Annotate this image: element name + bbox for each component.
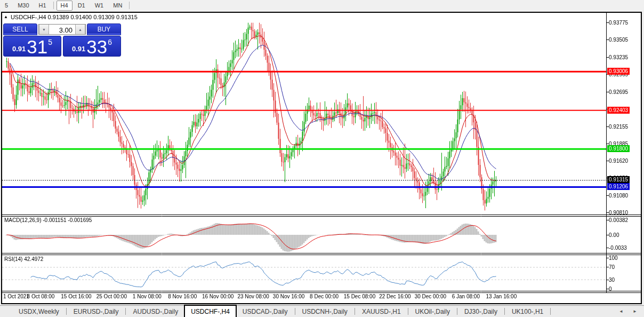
macd-label: MACD(12,26,9) -0.001151 -0.001695 (4, 217, 92, 223)
timeframe-button-m30[interactable]: M30 (13, 1, 33, 11)
macd-axis-tick: 0.00382 (609, 217, 628, 223)
price-axis-tick: 0.92155 (609, 124, 628, 130)
tab-separator (457, 308, 457, 315)
buy-button[interactable]: BUY (87, 23, 121, 35)
buy-price-big: 33 (86, 38, 107, 56)
price-axis-tick: 0.91080 (609, 193, 628, 199)
volume-increase-button[interactable]: ▲ (75, 25, 85, 34)
price-axis-tick: 0.93505 (609, 37, 628, 43)
time-axis-label: 8 Nov 16:00 (168, 294, 197, 299)
hline-price-badge: 0.92403 (607, 107, 630, 114)
volume-decrease-button[interactable]: ▼ (39, 25, 49, 34)
sell-price-prefix: 0.91 (12, 45, 26, 53)
rsi-axis-tick: 0 (609, 286, 612, 292)
time-axis-label: 30 Dec 00:00 (415, 294, 447, 299)
time-axis-label: 25 Oct 00:00 (96, 294, 127, 299)
rsi-axis-tick: 30 (609, 277, 615, 283)
timeframe-button-mn[interactable]: MN (109, 1, 126, 11)
buy-price-sup: 6 (108, 38, 112, 46)
rsi-axis-tick: 100 (609, 255, 618, 261)
tab-separator (295, 308, 295, 315)
time-axis-label: 6 Jan 08:00 (452, 294, 480, 299)
rsi-axis-tick: 70 (609, 264, 615, 270)
time-axis-label: 8 Dec 00:00 (310, 294, 339, 299)
price-axis-tick: 0.90810 (609, 210, 628, 216)
hline-price-badge: 0.91800 (607, 145, 630, 152)
timeframe-button-h1[interactable]: H1 (35, 1, 51, 11)
buy-price-prefix: 0.91 (72, 45, 85, 53)
volume-stepper: ▼ 3.00 ▲ (38, 24, 86, 35)
time-axis-label: 1 Oct 2021 (3, 294, 29, 299)
tab-uk100-h1[interactable]: UK100-,H1 (506, 306, 549, 316)
hline-price-badge: 0.91315 (607, 176, 630, 183)
buy-price-tile[interactable]: 0.91336 (63, 36, 121, 57)
chart-tab-bar: USDX,WeeklyEURUSD-,DailyAUDUSD-,DailyUSD… (0, 305, 644, 317)
tab-usdchf-h4[interactable]: USDCHF-,H4 (184, 305, 237, 317)
timeframe-button-h4[interactable]: H4 (57, 1, 73, 11)
price-axis-tick: 0.93235 (609, 54, 628, 60)
price-axis-tick: 0.91620 (609, 158, 628, 164)
time-axis-label: 22 Dec 16:00 (379, 294, 411, 299)
caret-up-icon: ▲ (78, 28, 82, 31)
caret-down-icon: ▼ (42, 28, 46, 31)
toolbar-separator (129, 2, 130, 9)
hline-price-badge: 0.91206 (607, 183, 630, 190)
tab-usdcnh-daily[interactable]: USDCNH-,Daily (296, 306, 353, 316)
timeframe-button-w1[interactable]: W1 (91, 1, 108, 11)
rsi-label: RSI(14) 42.4972 (4, 256, 43, 262)
toolbar-separator (53, 2, 54, 9)
tab-separator (355, 308, 355, 315)
time-axis-label: 30 Nov 16:00 (273, 294, 305, 299)
tab-usdx-weekly[interactable]: USDX,Weekly (13, 306, 65, 316)
one-click-trade-panel: SELL ▼ 3.00 ▲ BUY 0.91315 0.91336 (3, 23, 121, 57)
price-axis-tick: 0.93775 (609, 20, 628, 26)
volume-input[interactable]: 3.00 (49, 25, 75, 34)
timeframe-toolbar: 5M30H1H4D1W1MN (0, 0, 644, 11)
tab-scroll-arrows-icon[interactable]: ◄ ► (619, 309, 641, 314)
tab-separator (125, 308, 126, 315)
tab-separator (504, 308, 505, 315)
sell-button[interactable]: SELL (3, 23, 37, 35)
sell-price-big: 31 (27, 38, 47, 56)
symbol-direction-icon: ▲ (4, 15, 8, 19)
chart-title-text: USDCHF-,H4 0.91389 0.91400 0.91309 0.913… (11, 14, 138, 20)
chart-title: ▲ USDCHF-,H4 0.91389 0.91400 0.91309 0.9… (4, 13, 138, 21)
price-axis-tick: 0.92695 (609, 89, 628, 95)
tab-audusd-daily[interactable]: AUDUSD-,Daily (127, 306, 184, 316)
tab-ukoil-daily[interactable]: UKOil-,Daily (409, 306, 456, 316)
time-axis-label: 15 Dec 08:00 (344, 294, 376, 299)
chart-window: ▲ USDCHF-,H4 0.91389 0.91400 0.91309 0.9… (1, 12, 642, 304)
time-axis-label: 13 Jan 16:00 (486, 294, 517, 299)
macd-axis-tick: 0.00 (609, 232, 619, 238)
tab-separator (66, 308, 67, 315)
tab-usdcad-daily[interactable]: USDCAD-,Daily (237, 306, 294, 316)
timeframe-button-5[interactable]: 5 (1, 1, 12, 11)
tab-dj30-daily[interactable]: DJ30-,Daily (458, 306, 503, 316)
time-axis-label: 23 Nov 08:00 (237, 294, 269, 299)
sell-price-sup: 5 (48, 38, 52, 46)
time-axis-label: 1 Nov 08:00 (133, 294, 162, 299)
macd-axis-tick: -0.0033 (609, 245, 627, 251)
timeframe-button-d1[interactable]: D1 (74, 1, 90, 11)
time-axis-label: 8 Oct 08:00 (27, 294, 55, 299)
tab-separator (408, 308, 408, 315)
hline-price-badge: 0.93006 (607, 68, 630, 75)
sell-price-tile[interactable]: 0.91315 (3, 36, 61, 57)
time-axis-label: 15 Oct 16:00 (61, 294, 91, 299)
tab-separator (550, 308, 551, 315)
tab-xauusd-h1[interactable]: XAUUSD-,H1 (356, 306, 407, 316)
tab-eurusd-daily[interactable]: EURUSD-,Daily (68, 306, 125, 316)
trading-terminal: 5M30H1H4D1W1MN ▲ USDCHF-,H4 0.91389 0.91… (0, 0, 644, 317)
time-axis-label: 16 Nov 00:00 (202, 294, 234, 299)
